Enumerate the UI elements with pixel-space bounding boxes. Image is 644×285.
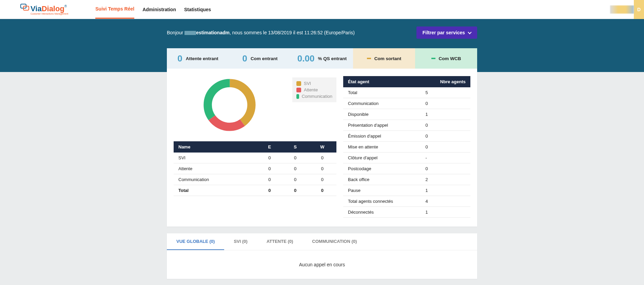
table-row: Communication0 bbox=[343, 98, 470, 109]
table-row: Total5 bbox=[343, 87, 470, 98]
legend-item-svi: SVI bbox=[296, 80, 332, 87]
table-row: Communication000 bbox=[174, 174, 336, 185]
col-agent-state: État agent bbox=[343, 76, 421, 87]
brand-logo[interactable]: ViaDialog® Customer Interactions Managem… bbox=[20, 4, 68, 15]
table-row: Clôture d'appel- bbox=[343, 153, 470, 163]
redacted-segment bbox=[184, 31, 196, 35]
tab-vue-globale[interactable]: VUE GLOBALE (0) bbox=[167, 233, 224, 250]
table-row: Mise en attente0 bbox=[343, 142, 470, 153]
col-s: S bbox=[282, 141, 308, 153]
table-row: Postcodage0 bbox=[343, 163, 470, 174]
nav-realtime[interactable]: Suivi Temps Réel bbox=[95, 0, 134, 19]
filter-services-label: Filtrer par services bbox=[423, 30, 465, 35]
user-menu[interactable]: D bbox=[610, 0, 644, 19]
col-e: E bbox=[257, 141, 282, 153]
chevron-down-icon bbox=[468, 30, 471, 34]
agent-state-table: État agent Nbre agents Total5 Communicat… bbox=[343, 76, 470, 218]
kpi-com-wcb: Com WCB bbox=[415, 48, 477, 69]
kpi-com-entrant: 0 Com entrant bbox=[229, 48, 291, 69]
donut-legend: SVI Attente Communication bbox=[292, 77, 336, 102]
brand-text-via: Via bbox=[31, 4, 42, 13]
svg-point-5 bbox=[208, 83, 252, 127]
donut-chart bbox=[201, 76, 258, 134]
kpi-qs-entrant: 0.00 % QS entrant bbox=[291, 48, 353, 69]
legend-item-comm: Communication bbox=[296, 93, 332, 100]
name-table: Name E S W SVI000 Attente000 Communicati… bbox=[174, 141, 336, 196]
kpi-com-sortant: Com sortant bbox=[353, 48, 415, 69]
swatch-icon bbox=[296, 81, 301, 86]
swatch-icon bbox=[296, 88, 301, 92]
dashboard-card: 0 Attente entrant 0 Com entrant 0.00 % Q… bbox=[167, 48, 477, 227]
calls-tabs-card: VUE GLOBALE (0) SVI (0) ATTENTE (0) COMM… bbox=[167, 233, 477, 279]
table-row: Back office2 bbox=[343, 174, 470, 185]
chat-bubbles-icon bbox=[20, 4, 29, 11]
table-row: SVI000 bbox=[174, 153, 336, 163]
table-row: Attente000 bbox=[174, 163, 336, 174]
nav-statistics[interactable]: Statistiques bbox=[184, 0, 211, 19]
tab-svi[interactable]: SVI (0) bbox=[224, 233, 257, 250]
empty-calls-message: Aucun appel en cours bbox=[167, 250, 477, 279]
top-nav: ViaDialog® Customer Interactions Managem… bbox=[0, 0, 644, 19]
kpi-strip: 0 Attente entrant 0 Com entrant 0.00 % Q… bbox=[167, 48, 477, 69]
dash-icon bbox=[431, 58, 435, 59]
kpi-attente-entrant: 0 Attente entrant bbox=[167, 48, 229, 69]
table-row: Déconnectés1 bbox=[343, 207, 470, 218]
table-row: Disponible1 bbox=[343, 109, 470, 120]
filter-services-button[interactable]: Filtrer par services bbox=[416, 26, 477, 39]
col-name: Name bbox=[174, 141, 257, 153]
dash-icon bbox=[367, 58, 371, 59]
legend-item-attente: Attente bbox=[296, 87, 332, 93]
brand-subtitle: Customer Interactions Management bbox=[31, 13, 68, 15]
col-w: W bbox=[308, 141, 336, 153]
table-row: Pause1 bbox=[343, 185, 470, 196]
table-row: Présentation d'appel0 bbox=[343, 120, 470, 131]
tab-attente[interactable]: ATTENTE (0) bbox=[257, 233, 303, 250]
table-row-total: Total000 bbox=[174, 185, 336, 196]
table-row: Émission d'appel0 bbox=[343, 131, 470, 142]
left-column: SVI Attente Communication Name E S W SVI… bbox=[174, 76, 336, 218]
nav-administration[interactable]: Administration bbox=[142, 0, 176, 19]
tab-communication[interactable]: COMMUNICATION (0) bbox=[303, 233, 366, 250]
table-row: Total agents connectés4 bbox=[343, 196, 470, 207]
brand-text-dialog: Dialog bbox=[42, 4, 64, 13]
user-name-blurred bbox=[610, 5, 634, 14]
swatch-icon bbox=[296, 94, 299, 99]
greeting-text: Bonjour estimationadm, nous sommes le 13… bbox=[167, 30, 355, 35]
user-avatar-initial: D bbox=[634, 0, 644, 19]
calls-tabs: VUE GLOBALE (0) SVI (0) ATTENTE (0) COMM… bbox=[167, 233, 477, 250]
main-nav: Suivi Temps Réel Administration Statisti… bbox=[95, 0, 211, 19]
right-column: État agent Nbre agents Total5 Communicat… bbox=[343, 76, 470, 218]
col-agent-count: Nbre agents bbox=[421, 76, 470, 87]
